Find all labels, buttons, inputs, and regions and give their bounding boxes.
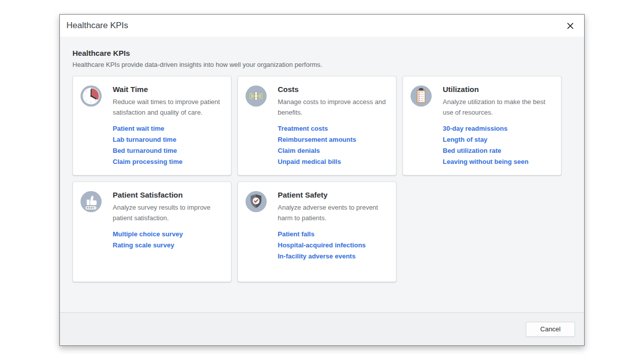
kpi-card-utilization: Utilization Analyze utilization to make …: [403, 76, 561, 175]
card-description: Manage costs to improve access and benef…: [278, 97, 389, 118]
healthcare-kpis-dialog: Healthcare KPIs Healthcare KPIs Healthca…: [59, 14, 585, 346]
section-heading: Healthcare KPIs: [72, 49, 572, 57]
kpi-link[interactable]: Patient wait time: [113, 125, 224, 132]
kpi-links: 30-day readmissionsLength of stayBed uti…: [443, 125, 554, 165]
kpi-link[interactable]: Leaving without being seen: [443, 158, 554, 165]
kpi-link[interactable]: Multiple choice survey: [113, 231, 224, 238]
kpi-link[interactable]: Patient falls: [278, 231, 389, 238]
kpi-link[interactable]: Claim processing time: [113, 158, 224, 165]
kpi-link[interactable]: Unpaid medical bills: [278, 158, 389, 165]
thumbs-up-rating-icon: [80, 191, 102, 213]
kpi-card-patient-satisfaction: Patient Satisfaction Analyze survey resu…: [72, 182, 231, 282]
kpi-link[interactable]: 30-day readmissions: [443, 125, 554, 132]
card-description: Analyze survey results to improve patien…: [113, 202, 224, 223]
clock-icon: [80, 85, 102, 107]
kpi-links: Patient fallsHospital-acquired infection…: [278, 231, 389, 260]
kpi-card-patient-safety: Patient Safety Analyze adverse events to…: [237, 182, 396, 282]
dialog-titlebar: Healthcare KPIs: [60, 15, 584, 37]
kpi-link[interactable]: Lab turnaround time: [113, 136, 224, 143]
kpi-link[interactable]: Treatment costs: [278, 125, 389, 132]
kpi-links: Patient wait timeLab turnaround timeBed …: [113, 125, 224, 165]
card-title: Patient Satisfaction: [113, 191, 224, 199]
kpi-link[interactable]: Bed utilization rate: [443, 147, 554, 154]
kpi-link[interactable]: Rating scale survey: [113, 242, 224, 249]
kpi-link[interactable]: Claim denials: [278, 147, 389, 154]
dialog-footer: Cancel: [60, 312, 584, 345]
kpi-link[interactable]: Bed turnaround time: [113, 147, 224, 154]
kpi-card-costs: Costs Manage costs to improve access and…: [237, 76, 396, 175]
money-icon: [245, 85, 267, 107]
kpi-link[interactable]: Length of stay: [443, 136, 554, 143]
dialog-title: Healthcare KPIs: [66, 21, 128, 31]
card-title: Patient Safety: [278, 191, 389, 199]
kpi-links: Multiple choice surveyRating scale surve…: [113, 231, 224, 249]
card-description: Analyze utilization to make the best use…: [443, 97, 554, 118]
kpi-link[interactable]: In-facility adverse events: [278, 253, 389, 260]
card-description: Analyze adverse events to prevent harm t…: [278, 202, 389, 223]
kpi-cards-grid: Wait Time Reduce wait times to improve p…: [72, 76, 572, 282]
section-description: Healthcare KPIs provide data-driven insi…: [72, 61, 572, 68]
card-title: Wait Time: [113, 85, 224, 94]
kpi-link[interactable]: Hospital-acquired infections: [278, 242, 389, 249]
close-icon[interactable]: [563, 19, 577, 33]
card-title: Costs: [278, 85, 389, 94]
dialog-body: Healthcare KPIs Healthcare KPIs provide …: [60, 37, 584, 312]
card-description: Reduce wait times to improve patient sat…: [113, 97, 224, 118]
cancel-button[interactable]: Cancel: [526, 322, 575, 337]
shield-check-icon: [245, 191, 267, 213]
kpi-links: Treatment costsReimbursement amountsClai…: [278, 125, 389, 165]
card-title: Utilization: [443, 85, 554, 94]
clipboard-checklist-icon: [410, 85, 432, 107]
kpi-link[interactable]: Reimbursement amounts: [278, 136, 389, 143]
kpi-card-wait-time: Wait Time Reduce wait times to improve p…: [72, 76, 231, 175]
